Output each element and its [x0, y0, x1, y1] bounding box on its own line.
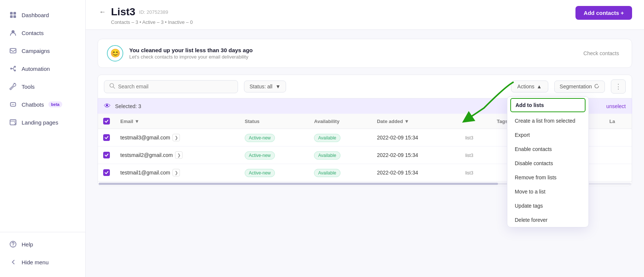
content-area: 😊 You cleaned up your list less than 30 … [86, 30, 644, 277]
row-checkbox-cell[interactable] [98, 147, 115, 164]
row-availability: Available [309, 147, 372, 164]
main-content: ← List3 ID: 20752389 Contacts – 3 • Acti… [86, 0, 644, 277]
header-title-row: ← List3 ID: 20752389 [98, 6, 193, 18]
dropdown-item-export[interactable]: Export [507, 128, 589, 142]
row-date-added: 2022-02-09 15:34 [372, 164, 460, 182]
row-checkbox[interactable] [103, 152, 110, 158]
chevron-down-icon: ▼ [275, 84, 280, 89]
dropdown-item-create-list[interactable]: Create a list from selected [507, 114, 589, 128]
header-left: ← List3 ID: 20752389 Contacts – 3 • Acti… [98, 6, 193, 25]
svg-rect-5 [10, 48, 16, 53]
status-label: Status: all [250, 84, 272, 89]
row-checkbox-cell[interactable] [98, 129, 115, 147]
sidebar-item-automation[interactable]: Automation [0, 60, 85, 78]
sidebar-item-contacts[interactable]: Contacts [0, 24, 85, 42]
notice-subtext: Let's check contacts to improve your ema… [129, 54, 253, 60]
automation-icon [9, 64, 17, 73]
expand-row-button[interactable]: ❯ [172, 169, 180, 176]
more-options-button[interactable]: ⋮ [611, 79, 626, 94]
check-contacts-button[interactable]: Check contacts [580, 48, 623, 59]
sidebar-item-label: Dashboard [22, 12, 49, 18]
svg-point-11 [13, 104, 13, 105]
row-status: Active-new [239, 147, 309, 164]
selected-count: Selected: 3 [115, 103, 141, 109]
selected-icon: 👁 [104, 102, 111, 110]
svg-point-8 [14, 70, 16, 72]
search-box[interactable] [104, 80, 238, 93]
sidebar-item-label: Tools [22, 84, 35, 90]
th-status: Status [239, 114, 309, 129]
search-input[interactable] [118, 84, 232, 89]
dropdown-item-update-tags[interactable]: Update tags [507, 199, 589, 213]
status-filter[interactable]: Status: all ▼ [244, 81, 286, 92]
row-la [604, 147, 632, 164]
add-contacts-button[interactable]: Add contacts + [575, 6, 632, 20]
sidebar-item-chatbots[interactable]: Chatbots beta [0, 95, 85, 113]
page-meta: Contacts – 3 • Active – 3 • Inactive – 0 [98, 19, 193, 25]
segmentation-button[interactable]: Segmentation [554, 81, 605, 93]
dropdown-item-move-to-list[interactable]: Move to a list [507, 185, 589, 199]
actions-button[interactable]: Actions ▲ [511, 81, 548, 92]
svg-point-6 [10, 68, 12, 70]
expand-row-button[interactable]: ❯ [175, 151, 183, 159]
sidebar-item-label: Hide menu [22, 259, 49, 265]
dropdown-item-delete-forever[interactable]: Delete forever [507, 213, 589, 227]
row-date-added: 2022-02-09 15:34 [372, 129, 460, 147]
contacts-icon [9, 29, 17, 37]
row-status: Active-new [239, 164, 309, 182]
back-button[interactable]: ← [98, 8, 107, 16]
campaigns-icon [9, 47, 17, 55]
chatbots-icon [9, 100, 17, 108]
svg-point-10 [12, 104, 13, 105]
sidebar-bottom: Help Hide menu [0, 232, 85, 271]
segmentation-label: Segmentation [560, 84, 592, 89]
row-checkbox[interactable] [103, 169, 110, 176]
actions-dropdown: Add to lists Create a list from selected… [507, 96, 589, 227]
sidebar-item-label: Automation [22, 66, 50, 72]
sidebar-item-tools[interactable]: Tools [0, 78, 85, 95]
page-id: ID: 20752389 [139, 9, 168, 15]
svg-line-17 [113, 87, 115, 88]
th-email: Email ▼ [115, 114, 239, 129]
row-checkbox-cell[interactable] [98, 164, 115, 182]
sidebar-item-label: Contacts [22, 30, 44, 36]
beta-badge: beta [48, 101, 62, 107]
svg-point-12 [14, 104, 15, 105]
th-date-added: Date added ▼ [372, 114, 460, 129]
sidebar-item-landing-pages[interactable]: Landing pages [0, 113, 85, 131]
toolbar: Status: all ▼ Actions ▲ Segmentation ⋮ [98, 75, 632, 98]
dropdown-item-add-to-lists[interactable]: Add to lists [510, 98, 586, 112]
unselect-button[interactable]: unselect [606, 103, 626, 109]
dropdown-item-enable[interactable]: Enable contacts [507, 142, 589, 156]
row-email: testmail3@gmail.com ❯ [115, 129, 239, 147]
th-select-all[interactable] [98, 114, 115, 129]
th-availability: Availability [309, 114, 372, 129]
row-email: testmail1@gmail.com ❯ [115, 164, 239, 182]
row-la [604, 164, 632, 182]
sidebar-item-dashboard[interactable]: Dashboard [0, 6, 85, 24]
email-cell: testmail1@gmail.com ❯ [120, 169, 234, 176]
row-availability: Available [309, 164, 372, 182]
th-list [460, 114, 492, 129]
sidebar-item-help[interactable]: Help [0, 235, 85, 253]
row-status: Active-new [239, 129, 309, 147]
expand-row-button[interactable]: ❯ [172, 134, 180, 141]
notice-text: You cleaned up your list less than 30 da… [129, 47, 253, 60]
page-header: ← List3 ID: 20752389 Contacts – 3 • Acti… [86, 0, 644, 30]
svg-point-15 [13, 246, 13, 246]
row-checkbox[interactable] [103, 134, 110, 141]
notice-left: 😊 You cleaned up your list less than 30 … [107, 45, 253, 62]
row-list: list3 [460, 164, 492, 182]
row-date-added: 2022-02-09 15:34 [372, 147, 460, 164]
dropdown-item-remove-from-lists[interactable]: Remove from lists [507, 170, 589, 185]
row-la [604, 129, 632, 147]
row-email: testsmail2@gmail.com ❯ [115, 147, 239, 164]
sidebar-item-campaigns[interactable]: Campaigns [0, 42, 85, 60]
dropdown-item-disable[interactable]: Disable contacts [507, 156, 589, 170]
chevron-up-icon: ▲ [537, 84, 542, 89]
select-all-checkbox[interactable] [103, 118, 110, 125]
sidebar-item-label: Landing pages [22, 119, 58, 126]
sidebar-item-hide-menu[interactable]: Hide menu [0, 253, 85, 271]
th-la: La [604, 114, 632, 129]
help-icon [9, 240, 17, 248]
